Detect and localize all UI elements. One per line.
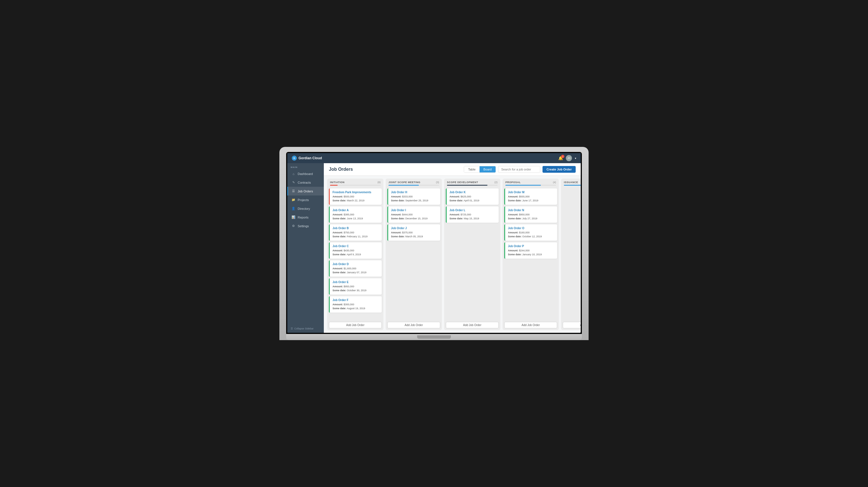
card-amount-c12: Amount: $725,000 xyxy=(450,213,496,217)
card-date-c6: Some date: October 30, 2019 xyxy=(333,289,379,293)
card-title-c4[interactable]: Job Order C xyxy=(333,245,379,248)
job-card-c3: Job Order B Amount: $750,000 Some date: … xyxy=(329,224,382,241)
card-amount-c13: Amount: $555,000 xyxy=(508,195,554,199)
card-title-c6[interactable]: Job Order E xyxy=(333,281,379,284)
user-dropdown-arrow[interactable]: ▾ xyxy=(575,157,576,160)
card-title-c11[interactable]: Job Order K xyxy=(450,191,496,194)
card-title-c13[interactable]: Job Order M xyxy=(508,191,554,194)
column-title-initiation: INITIATION xyxy=(330,181,345,184)
job-card-c15: Job Order O Amount: $160,000 Some date: … xyxy=(504,224,557,241)
sidebar-item-reports[interactable]: 📊 Reports xyxy=(287,213,324,222)
projects-icon: 📁 xyxy=(291,198,296,202)
column-cards-proposal: Job Order M Amount: $555,000 Some date: … xyxy=(503,187,559,320)
page-title: Job Orders xyxy=(329,167,353,172)
board-view-button[interactable]: Board xyxy=(479,166,496,172)
card-date-c5: Some date: January 07, 2019 xyxy=(333,271,379,275)
card-title-c14[interactable]: Job Order N xyxy=(508,209,554,212)
card-title-c5[interactable]: Job Order D xyxy=(333,263,379,266)
card-title-c8[interactable]: Job Order H xyxy=(391,191,437,194)
job-card-c5: Job Order D Amount: $1,600,000 Some date… xyxy=(329,260,382,277)
add-job-button-issuance[interactable]: Add Job Order xyxy=(563,322,581,328)
card-date-c1: Some date: March 22, 2019 xyxy=(333,199,379,203)
add-job-button-joint-scope-meeting[interactable]: Add Job Order xyxy=(388,322,440,328)
notification-badge: 2 xyxy=(561,155,564,158)
main-content: Job Orders Table Board Create Job Order xyxy=(324,163,581,333)
column-proposal: PROPOSAL (4) Job Order M Amount: $555,00… xyxy=(503,178,559,330)
board-container: INITIATION (8) Freedom Park Improvements… xyxy=(324,176,581,333)
sidebar-item-job-orders[interactable]: ☰ Job Orders xyxy=(287,187,324,195)
card-title-c7[interactable]: Job Order F xyxy=(333,298,379,302)
progress-fill-joint-scope-meeting xyxy=(389,185,419,186)
sidebar-label-contracts: Contracts xyxy=(298,181,311,184)
top-bar: G Gordian Cloud 🔔 2 JD ▾ xyxy=(287,153,581,163)
card-title-c1[interactable]: Freedom Park Improvements xyxy=(333,191,379,194)
sidebar-label-settings: Settings xyxy=(298,224,309,228)
create-job-order-button[interactable]: Create Job Order xyxy=(542,166,576,173)
user-avatar[interactable]: JD xyxy=(566,155,572,161)
card-date-c4: Some date: April 9, 2019 xyxy=(333,253,379,257)
card-date-c8: Some date: September 25, 2019 xyxy=(391,199,437,203)
sidebar-item-directory[interactable]: 👤 Directory xyxy=(287,204,324,213)
job-card-c6: Job Order E Amount: $950,000 Some date: … xyxy=(329,278,382,295)
card-title-c9[interactable]: Job Order I xyxy=(391,209,437,212)
sidebar-item-settings[interactable]: ⚙ Settings xyxy=(287,222,324,230)
card-date-c10: Some date: March 05, 2019 xyxy=(391,235,437,239)
card-date-c12: Some date: May 15, 2019 xyxy=(450,217,496,221)
card-amount-c8: Amount: $333,000 xyxy=(391,195,437,199)
card-title-c12[interactable]: Job Order L xyxy=(450,209,496,212)
table-view-button[interactable]: Table xyxy=(464,166,479,172)
add-job-button-scope-development[interactable]: Add Job Order xyxy=(446,322,499,328)
column-joint-scope-meeting: JOINT SCOPE MEETING (3) Job Order H Amou… xyxy=(386,178,442,330)
logo-icon: G xyxy=(292,156,297,161)
column-footer-joint-scope-meeting: Add Job Order xyxy=(386,320,442,330)
card-date-c16: Some date: January 10, 2019 xyxy=(508,253,554,257)
job-card-c9: Job Order I Amount: $444,000 Some date: … xyxy=(388,206,440,223)
card-title-c3[interactable]: Job Order B xyxy=(333,227,379,230)
sidebar-item-projects[interactable]: 📁 Projects xyxy=(287,195,324,204)
job-card-c10: Job Order J Amount: $375,000 Some date: … xyxy=(388,224,440,241)
header-right: Table Board Create Job Order xyxy=(464,166,576,173)
column-header-scope-development: SCOPE DEVELOPMENT (2) xyxy=(444,178,500,187)
job-card-c11: Job Order K Amount: $625,000 Some date: … xyxy=(446,189,499,205)
card-amount-c4: Amount: $430,000 xyxy=(333,249,379,253)
card-amount-c1: Amount: $500,000 xyxy=(333,195,379,199)
sidebar-label-reports: Reports xyxy=(298,216,309,219)
sidebar-label-projects: Projects xyxy=(298,198,309,202)
settings-icon: ⚙ xyxy=(291,224,296,228)
add-job-button-initiation[interactable]: Add Job Order xyxy=(329,322,382,328)
card-title-c16[interactable]: Job Order P xyxy=(508,245,554,248)
column-count-scope-development: (2) xyxy=(494,181,498,184)
notifications-bell[interactable]: 🔔 2 xyxy=(558,156,563,160)
job-card-c2: Job Order A Amount: $385,000 Some date: … xyxy=(329,206,382,223)
card-title-c10[interactable]: Job Order J xyxy=(391,227,437,230)
column-header-joint-scope-meeting: JOINT SCOPE MEETING (3) xyxy=(386,178,442,187)
column-title-scope-development: SCOPE DEVELOPMENT xyxy=(447,181,478,184)
job-card-c4: Job Order C Amount: $430,000 Some date: … xyxy=(329,242,382,259)
column-progress-joint-scope-meeting xyxy=(389,185,439,186)
collapse-sidebar-button[interactable]: ☰ Collapse Sidebar xyxy=(287,324,324,333)
column-count-proposal: (4) xyxy=(553,181,556,184)
card-title-c15[interactable]: Job Order O xyxy=(508,227,554,230)
sidebar-item-contracts[interactable]: ✎ Contracts xyxy=(287,178,324,187)
add-job-button-proposal[interactable]: Add Job Order xyxy=(504,322,557,328)
job-orders-icon: ☰ xyxy=(291,189,296,193)
job-card-c8: Job Order H Amount: $333,000 Some date: … xyxy=(388,189,440,205)
progress-empty-joint-scope-meeting xyxy=(419,185,439,186)
progress-fill-proposal xyxy=(505,185,541,186)
column-progress-proposal xyxy=(505,185,556,186)
job-card-c7: Job Order F Amount: $300,000 Some date: … xyxy=(329,296,382,313)
sidebar: MAIN ⌂ Dashboard ✎ Contracts ☰ Job Order… xyxy=(287,163,324,333)
progress-fill-scope-development xyxy=(447,185,487,186)
job-card-c16: Job Order P Amount: $244,000 Some date: … xyxy=(504,242,557,259)
job-card-c14: Job Order N Amount: $950,000 Some date: … xyxy=(504,206,557,223)
app-name: Gordian Cloud xyxy=(299,156,322,160)
column-cards-scope-development: Job Order K Amount: $625,000 Some date: … xyxy=(444,187,500,320)
card-title-c2[interactable]: Job Order A xyxy=(333,209,379,212)
card-amount-c2: Amount: $385,000 xyxy=(333,213,379,217)
sidebar-item-dashboard[interactable]: ⌂ Dashboard xyxy=(287,170,324,178)
search-input[interactable] xyxy=(498,166,540,173)
column-scope-development: SCOPE DEVELOPMENT (2) Job Order K Amount… xyxy=(444,178,500,330)
column-cards-joint-scope-meeting: Job Order H Amount: $333,000 Some date: … xyxy=(386,187,442,320)
column-footer-issuance: Add Job Order xyxy=(561,320,581,330)
sidebar-label-directory: Directory xyxy=(298,207,310,210)
